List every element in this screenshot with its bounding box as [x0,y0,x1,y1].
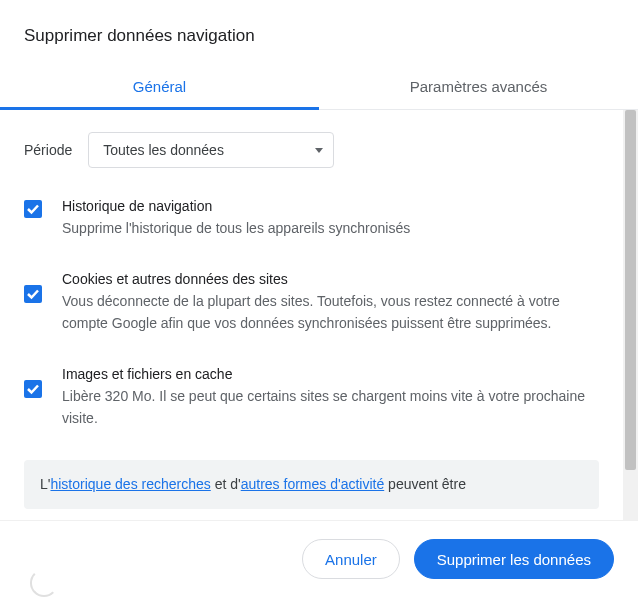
option-desc: Vous déconnecte de la plupart des sites.… [62,291,599,334]
option-cache: Images et fichiers en cache Libère 320 M… [24,364,599,429]
dialog-footer: Annuler Supprimer les données [0,520,638,597]
clear-browsing-data-dialog: Supprimer données navigation Général Par… [0,0,638,597]
info-text-prefix: L' [40,476,50,492]
tab-bar: Général Paramètres avancés [0,64,638,110]
link-search-history[interactable]: historique des recherches [50,476,210,492]
content-wrap: Période Toutes les données Historique de… [0,110,638,520]
option-text: Historique de navigation Supprime l'hist… [62,196,410,239]
option-text: Images et fichiers en cache Libère 320 M… [62,364,599,429]
time-range-value: Toutes les données [103,142,224,158]
clear-data-button-label: Supprimer les données [437,551,591,568]
option-heading: Cookies et autres données des sites [62,269,599,291]
chevron-down-icon [315,148,323,153]
check-icon [26,202,40,216]
checkbox-cookies[interactable] [24,285,42,303]
check-icon [26,287,40,301]
checkbox-cache[interactable] [24,380,42,398]
option-heading: Historique de navigation [62,196,410,218]
tab-advanced-label: Paramètres avancés [410,78,548,95]
content-scroll[interactable]: Période Toutes les données Historique de… [0,110,623,520]
info-text-suffix: peuvent être [384,476,466,492]
option-desc: Supprime l'historique de tous les appare… [62,218,410,240]
info-text-mid: et d' [211,476,241,492]
option-desc: Libère 320 Mo. Il se peut que certains s… [62,386,599,429]
option-heading: Images et fichiers en cache [62,364,599,386]
option-cookies: Cookies et autres données des sites Vous… [24,269,599,334]
tab-advanced[interactable]: Paramètres avancés [319,64,638,109]
dialog-title: Supprimer données navigation [0,0,638,64]
option-browsing-history: Historique de navigation Supprime l'hist… [24,196,599,239]
cancel-button[interactable]: Annuler [302,539,400,579]
check-icon [26,382,40,396]
scrollbar-thumb[interactable] [625,110,636,470]
tab-general[interactable]: Général [0,64,319,109]
time-range-label: Période [24,142,72,158]
info-box: L'historique des recherches et d'autres … [24,460,599,510]
tab-general-label: Général [133,78,186,95]
scrollbar[interactable] [623,110,638,520]
clear-data-button[interactable]: Supprimer les données [414,539,614,579]
time-range-select[interactable]: Toutes les données [88,132,334,168]
time-range-row: Période Toutes les données [24,132,599,168]
option-text: Cookies et autres données des sites Vous… [62,269,599,334]
checkbox-browsing-history[interactable] [24,200,42,218]
cancel-button-label: Annuler [325,551,377,568]
link-other-activity[interactable]: autres formes d'activité [241,476,385,492]
